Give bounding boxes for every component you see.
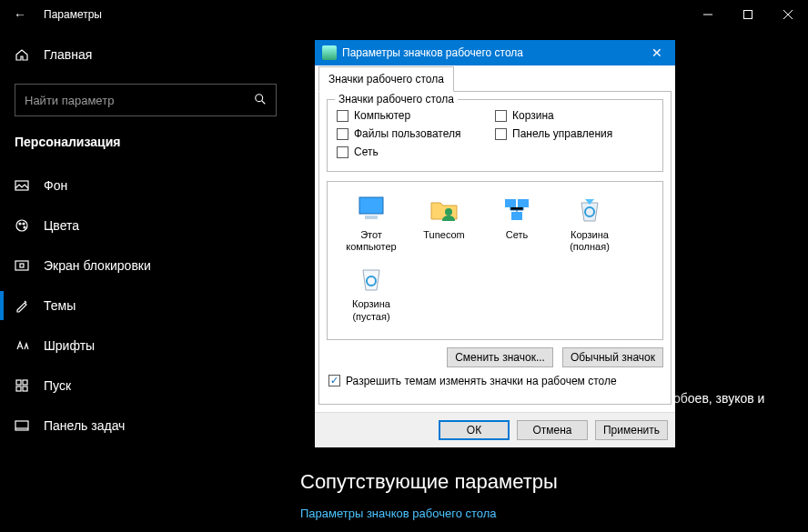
tab-desktop-icons[interactable]: Значки рабочего стола [318, 66, 454, 92]
svg-rect-12 [23, 386, 27, 391]
maximize-button[interactable] [728, 0, 768, 29]
icon-label-2: (полная) [570, 241, 610, 252]
allow-themes-checkbox[interactable]: ✓ Разрешить темам изменять значки на раб… [328, 375, 663, 387]
icon-label: Этот компьютер [346, 229, 396, 252]
image-icon [15, 178, 29, 193]
dialog-close-button[interactable]: ✕ [646, 45, 668, 60]
icon-recycle-empty[interactable]: Корзина(пустая) [335, 262, 408, 322]
palette-icon [15, 218, 29, 233]
icons-group: Значки рабочего стола Компьютер Файлы по… [327, 99, 663, 172]
sidebar-item-background[interactable]: Фон [0, 166, 291, 206]
minimize-button[interactable] [688, 0, 728, 29]
search-icon [254, 93, 267, 108]
check-label: Панель управления [512, 127, 612, 140]
sidebar-label: Фон [44, 178, 67, 193]
icon-label: Корзина [571, 229, 609, 240]
svg-point-3 [16, 220, 27, 231]
tab-strip: Значки рабочего стола [315, 65, 675, 91]
related-heading: Сопутствующие параметры [300, 470, 558, 494]
icon-label: Сеть [506, 229, 528, 240]
cancel-button[interactable]: Отмена [517, 420, 588, 440]
home-label: Главная [44, 47, 92, 62]
check-label: Корзина [512, 109, 554, 122]
sidebar: Главная Персонализация Фон Цвета Экран б… [0, 29, 291, 532]
default-icon-button[interactable]: Обычный значок [562, 347, 663, 367]
icon-label: Корзина [352, 298, 390, 309]
sidebar-label: Темы [44, 298, 76, 313]
group-title: Значки рабочего стола [335, 93, 458, 105]
start-icon [15, 378, 29, 393]
svg-point-4 [19, 223, 21, 225]
user-folder-icon [429, 194, 460, 225]
change-icon-button[interactable]: Сменить значок... [447, 347, 553, 367]
ok-button[interactable]: ОК [439, 420, 510, 440]
icon-this-pc[interactable]: Этот компьютер [335, 193, 408, 253]
checkbox-computer[interactable]: Компьютер [337, 109, 495, 122]
checkbox-control-panel[interactable]: Панель управления [495, 127, 653, 140]
icon-label: Tunecom [423, 229, 464, 240]
svg-rect-2 [15, 181, 28, 190]
recycle-empty-icon [356, 263, 387, 294]
svg-rect-9 [16, 380, 21, 385]
sidebar-label: Экран блокировки [44, 258, 151, 273]
sidebar-item-colors[interactable]: Цвета [0, 206, 291, 246]
sidebar-item-taskbar[interactable]: Панель задач [0, 406, 291, 446]
svg-rect-14 [359, 197, 383, 214]
dialog-icon [322, 45, 337, 60]
svg-rect-8 [20, 264, 24, 267]
checkbox-user-files[interactable]: Файлы пользователя [337, 127, 495, 140]
sidebar-item-start[interactable]: Пуск [0, 366, 291, 406]
svg-rect-0 [744, 11, 752, 19]
network-icon [501, 194, 532, 225]
search-box[interactable] [15, 84, 277, 116]
truncated-text: обоев, звуков и [673, 391, 764, 406]
svg-rect-17 [505, 199, 516, 207]
section-title: Персонализация [0, 135, 291, 166]
svg-point-1 [256, 94, 263, 101]
icon-network[interactable]: Сеть [480, 193, 553, 253]
check-label: Компьютер [354, 109, 410, 122]
window-title: Параметры [44, 8, 102, 21]
recycle-full-icon [574, 194, 605, 225]
sidebar-label: Пуск [44, 378, 71, 393]
taskbar-icon [15, 418, 29, 433]
svg-rect-19 [511, 212, 522, 220]
svg-rect-7 [15, 261, 28, 270]
computer-icon [356, 194, 387, 225]
fonts-icon [15, 338, 29, 353]
svg-rect-15 [365, 216, 378, 219]
sidebar-label: Шрифты [44, 338, 95, 353]
desktop-icon-settings-dialog: Параметры значков рабочего стола ✕ Значк… [315, 40, 675, 447]
svg-point-6 [24, 226, 25, 228]
close-button[interactable] [768, 0, 808, 29]
checkbox-network[interactable]: Сеть [337, 146, 495, 158]
search-input[interactable] [25, 94, 254, 107]
allow-label: Разрешить темам изменять значки на рабоч… [346, 375, 617, 387]
check-label: Сеть [354, 146, 379, 158]
window-titlebar: ← Параметры [0, 0, 808, 29]
sidebar-item-lockscreen[interactable]: Экран блокировки [0, 246, 291, 286]
svg-rect-11 [16, 386, 21, 391]
icon-user-folder[interactable]: Tunecom [408, 193, 480, 253]
icon-recycle-full[interactable]: Корзина(полная) [553, 193, 626, 253]
related-link-desktop-icons[interactable]: Параметры значков рабочего стола [300, 507, 497, 520]
sidebar-item-themes[interactable]: Темы [0, 286, 291, 326]
svg-rect-18 [518, 199, 529, 207]
back-button[interactable]: ← [0, 7, 40, 22]
lockscreen-icon [15, 258, 29, 273]
home-icon [15, 47, 29, 62]
checkbox-recycle-bin[interactable]: Корзина [495, 109, 653, 122]
sidebar-item-fonts[interactable]: Шрифты [0, 326, 291, 366]
svg-point-16 [445, 208, 452, 216]
svg-point-5 [23, 223, 25, 225]
icon-preview-box: Этот компьютер Tunecom Сеть Корзина(полн… [327, 181, 663, 340]
sidebar-label: Панель задач [44, 418, 125, 433]
themes-icon [15, 298, 29, 313]
apply-button[interactable]: Применить [595, 420, 668, 440]
home-link[interactable]: Главная [0, 36, 291, 73]
icon-label-2: (пустая) [352, 311, 389, 322]
sidebar-label: Цвета [44, 218, 79, 233]
check-label: Файлы пользователя [354, 127, 460, 140]
dialog-titlebar: Параметры значков рабочего стола ✕ [315, 40, 675, 65]
dialog-title: Параметры значков рабочего стола [342, 46, 523, 59]
